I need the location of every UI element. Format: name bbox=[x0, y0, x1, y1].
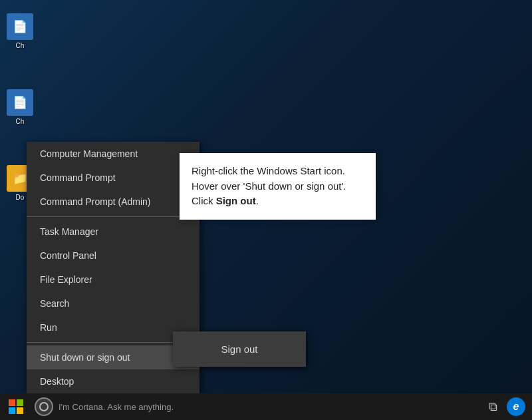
menu-item-label-run: Run bbox=[40, 322, 57, 333]
start-icon-cell-3 bbox=[9, 407, 15, 414]
menu-item-label-desktop: Desktop bbox=[40, 376, 74, 387]
menu-item-control-panel[interactable]: Control Panel bbox=[27, 244, 200, 268]
menu-item-label-search: Search bbox=[40, 298, 69, 309]
taskbar: I'm Cortana. Ask me anything. ⧉ e bbox=[0, 393, 532, 420]
menu-item-label-command-prompt-admin: Command Prompt (Admin) bbox=[40, 196, 151, 207]
taskbar-right: ⧉ e bbox=[489, 397, 532, 416]
menu-item-label-computer-management: Computer Management bbox=[40, 148, 138, 159]
menu-divider-1 bbox=[27, 216, 200, 217]
menu-item-search[interactable]: Search bbox=[27, 292, 200, 315]
menu-item-label-file-explorer: File Explorer bbox=[40, 274, 92, 285]
start-button[interactable] bbox=[0, 393, 32, 420]
submenu-shut-down: Sign out bbox=[173, 331, 306, 367]
menu-item-task-manager[interactable]: Task Manager bbox=[27, 220, 200, 244]
desktop-icon-label-2: Ch bbox=[16, 118, 25, 125]
submenu-item-label-sign-out: Sign out bbox=[221, 343, 257, 355]
tooltip-line3-prefix: Click bbox=[192, 195, 216, 206]
desktop-icon-2[interactable]: 📄 Ch bbox=[3, 89, 37, 125]
menu-item-label-task-manager: Task Manager bbox=[40, 226, 98, 237]
menu-item-label-control-panel: Control Panel bbox=[40, 250, 96, 261]
cortana-circle-icon bbox=[35, 397, 53, 416]
tooltip-line3-suffix: . bbox=[256, 195, 259, 206]
submenu-item-sign-out[interactable]: Sign out bbox=[173, 331, 306, 367]
desktop-icon-img-2: 📄 bbox=[7, 89, 33, 116]
menu-item-label-shut-down-sign-out: Shut down or sign out bbox=[40, 352, 130, 363]
menu-item-computer-management[interactable]: Computer Management bbox=[27, 142, 200, 166]
tooltip-line2: Hover over 'Shut down or sign out'. bbox=[192, 180, 346, 192]
tooltip-line1: Right-click the Windows Start icon. bbox=[192, 165, 345, 176]
desktop-icon-label-3: Do bbox=[16, 194, 25, 201]
menu-item-command-prompt[interactable]: Command Prompt bbox=[27, 166, 200, 190]
desktop-icon-label-1: Ch bbox=[16, 42, 25, 49]
menu-item-label-command-prompt: Command Prompt bbox=[40, 172, 116, 183]
start-icon-cell-2 bbox=[17, 399, 23, 406]
desktop-icon-img-1: 📄 bbox=[7, 13, 33, 40]
tooltip-instruction-box: Right-click the Windows Start icon. Hove… bbox=[180, 153, 376, 220]
cortana-placeholder-text: I'm Cortana. Ask me anything. bbox=[59, 402, 174, 412]
tooltip-line3-bold: Sign out bbox=[216, 195, 256, 206]
menu-item-desktop[interactable]: Desktop bbox=[27, 369, 200, 393]
cortana-circle-inner bbox=[39, 402, 49, 411]
edge-browser-icon[interactable]: e bbox=[507, 397, 525, 416]
desktop: 📄 Ch 📄 Ch 📁 Do Computer Management Comma… bbox=[0, 0, 532, 420]
start-icon-cell-1 bbox=[9, 399, 15, 406]
task-view-icon[interactable]: ⧉ bbox=[489, 400, 497, 414]
cortana-area[interactable]: I'm Cortana. Ask me anything. bbox=[35, 397, 314, 416]
desktop-icon-1[interactable]: 📄 Ch bbox=[3, 13, 37, 49]
menu-item-command-prompt-admin[interactable]: Command Prompt (Admin) bbox=[27, 190, 200, 214]
start-icon bbox=[9, 399, 23, 414]
menu-item-file-explorer[interactable]: File Explorer bbox=[27, 268, 200, 292]
start-icon-cell-4 bbox=[17, 407, 23, 414]
